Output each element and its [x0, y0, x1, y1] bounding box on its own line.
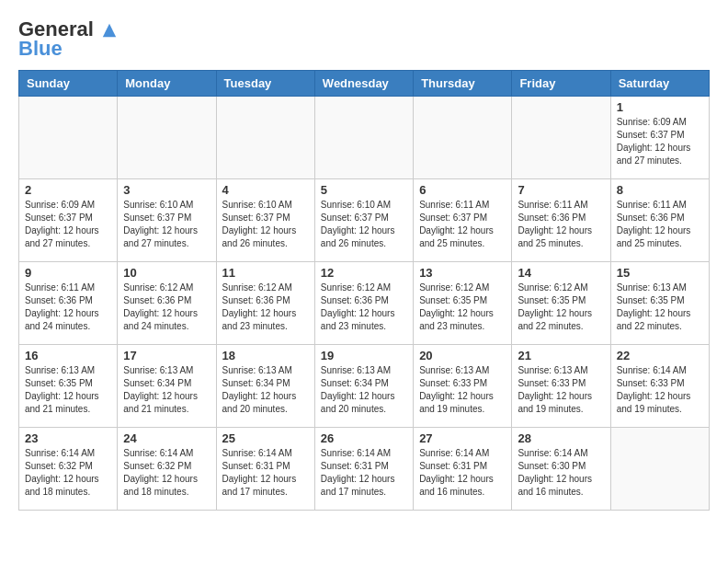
calendar-week-row: 23Sunrise: 6:14 AM Sunset: 6:32 PM Dayli… — [19, 428, 710, 511]
calendar-day-cell — [512, 97, 610, 179]
day-number: 19 — [321, 349, 407, 362]
day-info: Sunrise: 6:10 AM Sunset: 6:37 PM Dayligh… — [222, 199, 309, 250]
day-number: 13 — [419, 266, 506, 280]
day-number: 16 — [25, 349, 111, 362]
day-info: Sunrise: 6:13 AM Sunset: 6:34 PM Dayligh… — [222, 364, 309, 416]
logo: General Blue — [18, 18, 118, 61]
day-number: 7 — [518, 183, 604, 197]
calendar-day-cell: 26Sunrise: 6:14 AM Sunset: 6:31 PM Dayli… — [314, 428, 413, 511]
calendar-week-row: 16Sunrise: 6:13 AM Sunset: 6:35 PM Dayli… — [19, 345, 710, 428]
weekday-header: Monday — [118, 71, 216, 97]
page-header: General Blue — [18, 18, 710, 61]
day-info: Sunrise: 6:09 AM Sunset: 6:37 PM Dayligh… — [617, 116, 703, 167]
day-number: 8 — [617, 183, 703, 197]
day-number: 20 — [419, 349, 506, 362]
calendar-day-cell: 13Sunrise: 6:12 AM Sunset: 6:35 PM Dayli… — [414, 262, 512, 345]
day-number: 21 — [518, 349, 604, 362]
day-info: Sunrise: 6:13 AM Sunset: 6:34 PM Dayligh… — [321, 364, 407, 416]
day-info: Sunrise: 6:11 AM Sunset: 6:36 PM Dayligh… — [25, 282, 111, 333]
calendar-day-cell: 24Sunrise: 6:14 AM Sunset: 6:32 PM Dayli… — [118, 428, 216, 511]
weekday-header: Thursday — [414, 71, 512, 97]
calendar-day-cell: 8Sunrise: 6:11 AM Sunset: 6:36 PM Daylig… — [610, 179, 709, 262]
day-number: 5 — [321, 183, 407, 197]
day-info: Sunrise: 6:14 AM Sunset: 6:32 PM Dayligh… — [25, 447, 111, 499]
day-number: 3 — [123, 183, 210, 197]
day-info: Sunrise: 6:13 AM Sunset: 6:35 PM Dayligh… — [617, 282, 703, 333]
calendar-day-cell: 1Sunrise: 6:09 AM Sunset: 6:37 PM Daylig… — [610, 97, 709, 179]
day-info: Sunrise: 6:11 AM Sunset: 6:36 PM Dayligh… — [518, 199, 604, 250]
day-info: Sunrise: 6:11 AM Sunset: 6:36 PM Dayligh… — [617, 199, 703, 250]
day-info: Sunrise: 6:14 AM Sunset: 6:30 PM Dayligh… — [518, 447, 604, 499]
calendar-day-cell: 15Sunrise: 6:13 AM Sunset: 6:35 PM Dayli… — [610, 262, 709, 345]
day-info: Sunrise: 6:13 AM Sunset: 6:33 PM Dayligh… — [419, 364, 506, 416]
day-info: Sunrise: 6:12 AM Sunset: 6:35 PM Dayligh… — [419, 282, 506, 333]
weekday-header: Tuesday — [216, 71, 314, 97]
calendar-day-cell — [414, 97, 512, 179]
day-number: 14 — [518, 266, 604, 280]
calendar-day-cell: 25Sunrise: 6:14 AM Sunset: 6:31 PM Dayli… — [216, 428, 314, 511]
day-number: 10 — [123, 266, 210, 280]
day-number: 23 — [25, 431, 111, 445]
day-number: 27 — [419, 431, 506, 445]
calendar-day-cell: 21Sunrise: 6:13 AM Sunset: 6:33 PM Dayli… — [512, 345, 610, 428]
calendar-day-cell: 17Sunrise: 6:13 AM Sunset: 6:34 PM Dayli… — [118, 345, 216, 428]
day-info: Sunrise: 6:09 AM Sunset: 6:37 PM Dayligh… — [25, 199, 111, 250]
day-number: 17 — [123, 349, 210, 362]
day-info: Sunrise: 6:13 AM Sunset: 6:35 PM Dayligh… — [25, 364, 111, 416]
day-info: Sunrise: 6:12 AM Sunset: 6:36 PM Dayligh… — [123, 282, 210, 333]
calendar-week-row: 9Sunrise: 6:11 AM Sunset: 6:36 PM Daylig… — [19, 262, 710, 345]
calendar-day-cell: 3Sunrise: 6:10 AM Sunset: 6:37 PM Daylig… — [118, 179, 216, 262]
day-number: 2 — [25, 183, 111, 197]
day-info: Sunrise: 6:14 AM Sunset: 6:31 PM Dayligh… — [419, 447, 506, 499]
day-number: 12 — [321, 266, 407, 280]
day-info: Sunrise: 6:14 AM Sunset: 6:33 PM Dayligh… — [617, 364, 703, 416]
calendar-day-cell: 16Sunrise: 6:13 AM Sunset: 6:35 PM Dayli… — [19, 345, 118, 428]
calendar-day-cell: 9Sunrise: 6:11 AM Sunset: 6:36 PM Daylig… — [19, 262, 118, 345]
calendar-day-cell: 4Sunrise: 6:10 AM Sunset: 6:37 PM Daylig… — [216, 179, 314, 262]
weekday-header: Saturday — [610, 71, 709, 97]
day-number: 9 — [25, 266, 111, 280]
day-number: 28 — [518, 431, 604, 445]
day-number: 1 — [617, 100, 703, 114]
calendar-day-cell: 12Sunrise: 6:12 AM Sunset: 6:36 PM Dayli… — [314, 262, 413, 345]
day-number: 18 — [222, 349, 309, 362]
day-info: Sunrise: 6:12 AM Sunset: 6:36 PM Dayligh… — [222, 282, 309, 333]
calendar-day-cell: 27Sunrise: 6:14 AM Sunset: 6:31 PM Dayli… — [414, 428, 512, 511]
calendar-day-cell: 11Sunrise: 6:12 AM Sunset: 6:36 PM Dayli… — [216, 262, 314, 345]
calendar-week-row: 2Sunrise: 6:09 AM Sunset: 6:37 PM Daylig… — [19, 179, 710, 262]
calendar-day-cell: 19Sunrise: 6:13 AM Sunset: 6:34 PM Dayli… — [314, 345, 413, 428]
calendar-day-cell — [216, 97, 314, 179]
calendar-day-cell — [118, 97, 216, 179]
calendar-day-cell: 10Sunrise: 6:12 AM Sunset: 6:36 PM Dayli… — [118, 262, 216, 345]
calendar-day-cell: 7Sunrise: 6:11 AM Sunset: 6:36 PM Daylig… — [512, 179, 610, 262]
day-info: Sunrise: 6:14 AM Sunset: 6:31 PM Dayligh… — [321, 447, 407, 499]
day-info: Sunrise: 6:11 AM Sunset: 6:37 PM Dayligh… — [419, 199, 506, 250]
weekday-header: Wednesday — [314, 71, 413, 97]
day-info: Sunrise: 6:12 AM Sunset: 6:35 PM Dayligh… — [518, 282, 604, 333]
day-number: 26 — [321, 431, 407, 445]
calendar-day-cell: 18Sunrise: 6:13 AM Sunset: 6:34 PM Dayli… — [216, 345, 314, 428]
calendar-day-cell — [314, 97, 413, 179]
day-info: Sunrise: 6:14 AM Sunset: 6:31 PM Dayligh… — [222, 447, 309, 499]
day-info: Sunrise: 6:14 AM Sunset: 6:32 PM Dayligh… — [123, 447, 210, 499]
day-number: 22 — [617, 349, 703, 362]
day-number: 15 — [617, 266, 703, 280]
weekday-header: Sunday — [19, 71, 118, 97]
day-number: 24 — [123, 431, 210, 445]
day-info: Sunrise: 6:10 AM Sunset: 6:37 PM Dayligh… — [321, 199, 407, 250]
calendar-day-cell: 20Sunrise: 6:13 AM Sunset: 6:33 PM Dayli… — [414, 345, 512, 428]
day-number: 6 — [419, 183, 506, 197]
calendar-day-cell: 23Sunrise: 6:14 AM Sunset: 6:32 PM Dayli… — [19, 428, 118, 511]
calendar-day-cell: 2Sunrise: 6:09 AM Sunset: 6:37 PM Daylig… — [19, 179, 118, 262]
calendar-day-cell: 6Sunrise: 6:11 AM Sunset: 6:37 PM Daylig… — [414, 179, 512, 262]
calendar-day-cell — [610, 428, 709, 511]
day-info: Sunrise: 6:13 AM Sunset: 6:33 PM Dayligh… — [518, 364, 604, 416]
calendar-day-cell — [19, 97, 118, 179]
calendar-day-cell: 5Sunrise: 6:10 AM Sunset: 6:37 PM Daylig… — [314, 179, 413, 262]
calendar-day-cell: 14Sunrise: 6:12 AM Sunset: 6:35 PM Dayli… — [512, 262, 610, 345]
calendar-header: SundayMondayTuesdayWednesdayThursdayFrid… — [19, 71, 710, 97]
day-info: Sunrise: 6:12 AM Sunset: 6:36 PM Dayligh… — [321, 282, 407, 333]
day-number: 25 — [222, 431, 309, 445]
calendar-week-row: 1Sunrise: 6:09 AM Sunset: 6:37 PM Daylig… — [19, 97, 710, 179]
day-info: Sunrise: 6:10 AM Sunset: 6:37 PM Dayligh… — [123, 199, 210, 250]
